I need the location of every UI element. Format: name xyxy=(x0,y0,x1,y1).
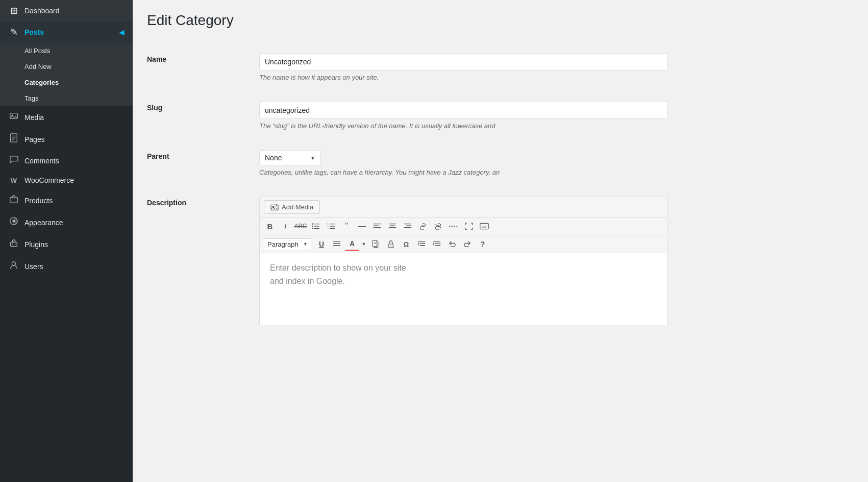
toolbar-blockquote[interactable]: " xyxy=(339,220,354,233)
toolbar-keyboard[interactable] xyxy=(477,220,491,233)
toolbar-clear-format[interactable] xyxy=(384,237,398,251)
name-field-cell: The name is how it appears on your site. xyxy=(259,43,854,91)
slug-hint: The “slug” is the URL-friendly version o… xyxy=(259,122,667,130)
posts-arrow: ◀ xyxy=(119,28,125,36)
sidebar-label-products: Products xyxy=(24,197,53,205)
editor-toolbar-row2: Paragraph Heading 1 Heading 2 Heading 3 … xyxy=(260,235,667,253)
toolbar-justify[interactable] xyxy=(330,237,344,251)
page-title: Edit Category xyxy=(147,12,854,29)
sidebar-item-tags[interactable]: Tags xyxy=(0,90,133,106)
posts-icon: ✎ xyxy=(8,27,19,38)
sidebar: ⊞ Dashboard ✎ Posts ◀ All Posts Add New … xyxy=(0,0,133,482)
svg-rect-0 xyxy=(10,113,17,119)
add-media-icon xyxy=(270,204,279,211)
svg-line-38 xyxy=(435,225,441,228)
toolbar-bold[interactable]: B xyxy=(263,220,277,233)
sidebar-item-comments[interactable]: Comments xyxy=(0,150,133,171)
svg-point-19 xyxy=(312,226,314,227)
description-editor: Add Media B I ABC 1.2.3. xyxy=(259,197,667,325)
name-label: Name xyxy=(147,43,259,91)
sidebar-item-woocommerce[interactable]: W WooCommerce xyxy=(0,171,133,189)
svg-rect-6 xyxy=(10,197,17,203)
toolbar-strikethrough[interactable]: ABC xyxy=(293,220,308,233)
sidebar-item-pages[interactable]: Pages xyxy=(0,128,133,150)
sidebar-label-users: Users xyxy=(24,262,43,271)
svg-rect-13 xyxy=(271,205,278,210)
toolbar-paste[interactable] xyxy=(368,237,383,251)
toolbar-help[interactable]: ? xyxy=(476,237,490,251)
editor-toolbar-row1: B I ABC 1.2.3. " — xyxy=(260,218,667,235)
svg-rect-40 xyxy=(480,223,488,229)
sidebar-item-dashboard[interactable]: ⊞ Dashboard xyxy=(0,0,133,21)
sidebar-item-posts[interactable]: ✎ Posts ◀ xyxy=(0,21,133,43)
sidebar-item-users[interactable]: Users xyxy=(0,255,133,277)
add-media-button[interactable]: Add Media xyxy=(264,200,320,214)
parent-label: Parent xyxy=(147,140,259,186)
sidebar-label-woocommerce: WooCommerce xyxy=(24,176,74,184)
toolbar-indent[interactable] xyxy=(430,237,444,251)
sidebar-item-products[interactable]: Products xyxy=(0,189,133,211)
slug-field-cell: The “slug” is the URL-friendly version o… xyxy=(259,91,854,140)
slug-row: Slug The “slug” is the URL-friendly vers… xyxy=(147,91,854,140)
svg-point-12 xyxy=(12,262,15,266)
svg-point-17 xyxy=(312,223,314,225)
toolbar-fullscreen[interactable] xyxy=(462,220,476,233)
slug-input[interactable] xyxy=(259,102,667,119)
comments-icon xyxy=(8,155,19,166)
toolbar-redo[interactable] xyxy=(460,237,475,251)
toolbar-insert-more[interactable] xyxy=(447,220,461,233)
media-icon xyxy=(8,111,19,123)
toolbar-undo[interactable] xyxy=(445,237,459,251)
svg-point-8 xyxy=(12,220,15,222)
appearance-icon xyxy=(8,216,19,228)
sidebar-label-comments: Comments xyxy=(24,157,59,165)
toolbar-horizontal-rule[interactable]: — xyxy=(355,220,369,233)
sidebar-item-all-posts[interactable]: All Posts xyxy=(0,43,133,59)
sidebar-posts-submenu: All Posts Add New Categories Tags xyxy=(0,43,133,106)
sidebar-item-categories[interactable]: Categories xyxy=(0,75,133,90)
toolbar-color-arrow[interactable]: ▼ xyxy=(360,237,367,251)
dashboard-icon: ⊞ xyxy=(8,5,19,16)
pages-icon xyxy=(8,133,19,145)
sidebar-item-plugins[interactable]: Plugins xyxy=(0,233,133,255)
sidebar-label-media: Media xyxy=(24,113,44,122)
users-icon xyxy=(8,260,19,272)
toolbar-link[interactable] xyxy=(416,220,430,233)
toolbar-align-left[interactable] xyxy=(370,220,384,233)
sidebar-label-dashboard: Dashboard xyxy=(24,7,60,15)
edit-category-form: Name The name is how it appears on your … xyxy=(147,43,854,335)
description-placeholder: Enter description to show on your site a… xyxy=(270,261,657,287)
sidebar-label-plugins: Plugins xyxy=(24,240,48,249)
toolbar-align-center[interactable] xyxy=(385,220,400,233)
description-row: Description xyxy=(147,186,854,335)
toolbar-underline[interactable]: U xyxy=(314,237,329,251)
toolbar-special-chars[interactable]: Ω xyxy=(399,237,413,251)
main-content: Edit Category Name The name is how it ap… xyxy=(133,0,868,482)
sidebar-label-appearance: Appearance xyxy=(24,219,63,227)
parent-select[interactable]: None xyxy=(259,150,320,165)
plugins-icon xyxy=(8,238,19,250)
svg-text:3.: 3. xyxy=(327,227,329,230)
toolbar-ordered-list[interactable]: 1.2.3. xyxy=(324,220,338,233)
products-icon xyxy=(8,195,19,206)
toolbar-text-color[interactable]: A xyxy=(345,237,359,251)
toolbar-outdent[interactable] xyxy=(414,237,429,251)
woocommerce-icon: W xyxy=(8,177,19,184)
sidebar-item-add-new[interactable]: Add New xyxy=(0,59,133,75)
paragraph-format-select[interactable]: Paragraph Heading 1 Heading 2 Heading 3 xyxy=(263,238,311,250)
slug-label: Slug xyxy=(147,91,259,140)
paragraph-select-wrap: Paragraph Heading 1 Heading 2 Heading 3 xyxy=(263,238,311,250)
sidebar-item-media[interactable]: Media xyxy=(0,106,133,128)
parent-row: Parent None Categories, unlike tags, can… xyxy=(147,140,854,186)
name-input[interactable] xyxy=(259,53,667,70)
sidebar-item-appearance[interactable]: Appearance xyxy=(0,211,133,233)
add-media-toolbar: Add Media xyxy=(260,197,667,218)
toolbar-italic[interactable]: I xyxy=(278,220,292,233)
parent-select-wrap: None xyxy=(259,150,320,165)
parent-hint: Categories, unlike tags, can have a hier… xyxy=(259,168,667,176)
description-content-area[interactable]: Enter description to show on your site a… xyxy=(260,253,667,325)
toolbar-align-right[interactable] xyxy=(401,220,415,233)
toolbar-unordered-list[interactable] xyxy=(309,220,323,233)
toolbar-unlink[interactable] xyxy=(431,220,445,233)
svg-rect-9 xyxy=(11,242,17,246)
